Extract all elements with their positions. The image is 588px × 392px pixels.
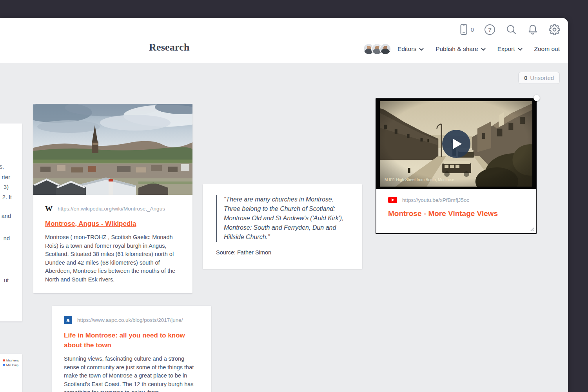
editor-avatars[interactable] (363, 43, 391, 55)
editors-label: Editors (397, 45, 416, 53)
board-title[interactable]: Research (149, 42, 190, 53)
aspc-favicon: a (64, 316, 72, 324)
export-menu[interactable]: Export (497, 45, 523, 53)
zoom-out-button[interactable]: Zoom out (534, 45, 560, 53)
header-toolbar: Editors Publish & share Export Zoom out (363, 43, 560, 55)
clip-description: Montrose ( mon-TROHZ , Scottish Gaelic: … (45, 233, 181, 284)
search-button[interactable] (506, 24, 517, 35)
clip-title-link[interactable]: Life in Montrose: all you need to know a… (64, 330, 200, 350)
chevron-down-icon (481, 48, 486, 51)
text-fragment: and (2, 212, 11, 221)
video-thumbnail[interactable]: M 611 High Street from South, Montrose (376, 99, 536, 189)
help-icon: ? (485, 24, 495, 35)
phone-icon (459, 24, 468, 35)
text-fragment: ut (4, 276, 9, 285)
chevron-down-icon (419, 48, 424, 51)
clip-title-link[interactable]: Montrose, Angus - Wikipedia (45, 219, 136, 229)
text-fragment: rter (2, 173, 10, 182)
bell-icon (527, 24, 538, 35)
clip-url: https://en.wikipedia.org/wiki/Montrose,_… (58, 206, 165, 212)
search-icon (506, 24, 517, 35)
video-url: https://youtu.be/xPfBmfjJ5oc (402, 197, 469, 203)
editors-menu[interactable]: Editors (397, 45, 424, 53)
text-fragment: 3) (4, 183, 9, 192)
legend-swatch-min (3, 364, 5, 366)
youtube-icon (388, 197, 397, 203)
video-title-link[interactable]: Montrose - More Vintage Views (388, 209, 524, 218)
wikipedia-w-icon: W (45, 205, 53, 212)
unsorted-badge[interactable]: 0 Unsorted (518, 72, 560, 84)
clip-description: Stunning views, fascinating culture and … (64, 355, 200, 392)
board-canvas[interactable]: 0 Unsorted (0, 63, 568, 392)
export-label: Export (497, 45, 515, 53)
clip-url: https://www.aspc.co.uk/blog/posts/2017/j… (77, 317, 183, 323)
text-card-clipped[interactable]: s, rter 3) 2. It and nd ut (0, 123, 22, 321)
avatar[interactable] (379, 43, 391, 55)
header-icon-row: 0 ? (459, 24, 560, 35)
quote-card[interactable]: “There are many churches in Montrose. Th… (203, 184, 362, 269)
mobile-devices-button[interactable]: 0 (459, 24, 474, 35)
selection-handle[interactable] (534, 95, 540, 101)
notifications-button[interactable] (527, 24, 538, 35)
play-button[interactable] (442, 130, 470, 158)
text-fragment: nd (4, 234, 10, 243)
unsorted-count: 0 (524, 74, 527, 81)
legend-label: Max temp (6, 359, 19, 362)
resize-handle[interactable] (529, 226, 534, 231)
video-card-youtube[interactable]: M 611 High Street from South, Montrose h… (376, 98, 537, 234)
text-fragment: 2. It (2, 193, 12, 202)
gear-icon (549, 24, 560, 35)
quote-text: “There are many churches in Montrose. Th… (224, 195, 350, 242)
montrose-town-photo[interactable] (33, 104, 192, 195)
app-window: Research 0 ? (0, 18, 568, 392)
text-fragment: s, (0, 163, 4, 171)
legend-swatch-max (3, 359, 5, 361)
chart-card-clipped[interactable]: Max temp Min temp (0, 354, 22, 392)
chevron-down-icon (518, 48, 523, 51)
legend-label: Min temp (6, 363, 18, 367)
web-clip-card-wikipedia[interactable]: W https://en.wikipedia.org/wiki/Montrose… (33, 104, 192, 293)
app-header: Research 0 ? (0, 18, 568, 63)
chart-legend: Max temp Min temp (3, 359, 19, 368)
thumbnail-caption: M 611 High Street from South, Montrose (385, 178, 454, 182)
zoom-out-label: Zoom out (534, 45, 560, 53)
device-count: 0 (471, 26, 474, 33)
publish-share-label: Publish & share (436, 45, 478, 53)
unsorted-label: Unsorted (530, 74, 554, 81)
settings-button[interactable] (549, 24, 560, 35)
help-button[interactable]: ? (485, 24, 495, 35)
quote-bar (216, 195, 217, 242)
web-clip-card-aspc[interactable]: a https://www.aspc.co.uk/blog/posts/2017… (52, 306, 211, 392)
quote-source: Source: Father Simon (216, 249, 350, 256)
publish-share-menu[interactable]: Publish & share (436, 45, 486, 53)
